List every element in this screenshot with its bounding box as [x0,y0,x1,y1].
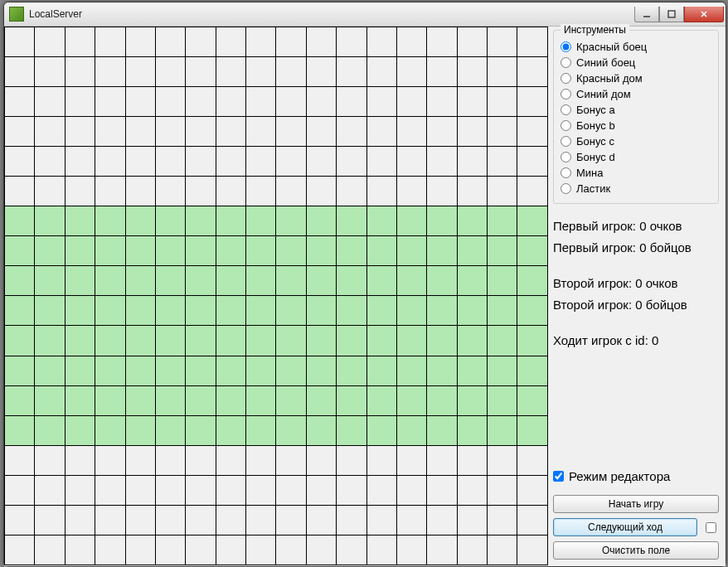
grid-cell[interactable] [186,177,216,206]
grid-cell[interactable] [246,505,276,535]
grid-cell[interactable] [517,296,548,326]
tool-option-red-house[interactable]: Красный дом [561,72,711,85]
grid-cell[interactable] [366,206,396,236]
grid-cell[interactable] [488,445,517,475]
grid-cell[interactable] [5,415,35,445]
grid-cell[interactable] [216,356,245,385]
grid-cell[interactable] [35,57,65,87]
grid-cell[interactable] [337,505,366,535]
grid-cell[interactable] [95,206,125,236]
grid-cell[interactable] [155,147,185,177]
grid-cell[interactable] [35,27,65,57]
grid-cell[interactable] [5,385,35,415]
grid-cell[interactable] [517,236,548,266]
grid-cell[interactable] [337,87,366,117]
grid-cell[interactable] [5,117,35,147]
grid-cell[interactable] [488,117,517,147]
grid-cell[interactable] [125,177,155,206]
grid-cell[interactable] [65,535,95,565]
grid-cell[interactable] [95,177,125,206]
grid-cell[interactable] [35,475,65,505]
grid-cell[interactable] [216,296,245,326]
grid-cell[interactable] [155,475,185,505]
grid-cell[interactable] [65,206,95,236]
grid-cell[interactable] [427,87,457,117]
grid-cell[interactable] [95,445,125,475]
grid-cell[interactable] [246,475,276,505]
grid-cell[interactable] [306,27,336,57]
grid-cell[interactable] [155,535,185,565]
grid-cell[interactable] [427,415,457,445]
grid-cell[interactable] [306,326,336,356]
grid-cell[interactable] [457,206,487,236]
grid-cell[interactable] [276,535,306,565]
grid-cell[interactable] [337,57,366,87]
grid-cell[interactable] [306,177,336,206]
grid-cell[interactable] [457,445,487,475]
grid-cell[interactable] [366,236,396,266]
grid-cell[interactable] [95,296,125,326]
grid-cell[interactable] [337,147,366,177]
grid-cell[interactable] [396,385,426,415]
tool-option-red-fighter[interactable]: Красный боец [561,41,711,53]
grid-cell[interactable] [427,475,457,505]
grid-cell[interactable] [216,326,245,356]
grid-cell[interactable] [65,236,95,266]
grid-cell[interactable] [246,117,276,147]
grid-cell[interactable] [396,445,426,475]
grid-cell[interactable] [246,296,276,326]
grid-cell[interactable] [95,117,125,147]
grid-cell[interactable] [155,57,185,87]
grid-cell[interactable] [95,236,125,266]
grid-cell[interactable] [276,356,306,385]
grid-cell[interactable] [125,415,155,445]
grid-cell[interactable] [155,236,185,266]
grid-cell[interactable] [366,535,396,565]
grid-cell[interactable] [35,177,65,206]
grid-cell[interactable] [337,27,366,57]
titlebar[interactable]: LocalServer [4,2,726,27]
grid-cell[interactable] [427,206,457,236]
grid-cell[interactable] [396,415,426,445]
grid-cell[interactable] [457,326,487,356]
grid-cell[interactable] [125,266,155,296]
grid-cell[interactable] [396,505,426,535]
grid-cell[interactable] [366,87,396,117]
grid-cell[interactable] [306,147,336,177]
tool-option-eraser[interactable]: Ластик [561,182,711,195]
grid-cell[interactable] [186,117,216,147]
grid-cell[interactable] [65,445,95,475]
grid-cell[interactable] [306,385,336,415]
grid-cell[interactable] [276,236,306,266]
grid-cell[interactable] [5,147,35,177]
grid-cell[interactable] [488,236,517,266]
next-turn-button[interactable]: Следующий ход [553,518,697,536]
grid-cell[interactable] [366,385,396,415]
grid-cell[interactable] [457,147,487,177]
grid-cell[interactable] [276,266,306,296]
grid-cell[interactable] [216,27,245,57]
grid-cell[interactable] [337,445,366,475]
grid-cell[interactable] [396,57,426,87]
grid-cell[interactable] [95,415,125,445]
grid-cell[interactable] [5,57,35,87]
grid-cell[interactable] [517,27,548,57]
grid-cell[interactable] [216,147,245,177]
grid-cell[interactable] [337,356,366,385]
grid-cell[interactable] [125,236,155,266]
grid-cell[interactable] [35,266,65,296]
grid-cell[interactable] [306,505,336,535]
grid-cell[interactable] [457,57,487,87]
grid-cell[interactable] [65,505,95,535]
grid-cell[interactable] [155,117,185,147]
grid-cell[interactable] [65,385,95,415]
grid-cell[interactable] [337,385,366,415]
grid-cell[interactable] [276,147,306,177]
grid-cell[interactable] [155,87,185,117]
grid-cell[interactable] [517,415,548,445]
maximize-button[interactable] [659,7,684,22]
minimize-button[interactable] [634,7,659,22]
grid-cell[interactable] [246,236,276,266]
grid-cell[interactable] [65,117,95,147]
grid-cell[interactable] [246,535,276,565]
